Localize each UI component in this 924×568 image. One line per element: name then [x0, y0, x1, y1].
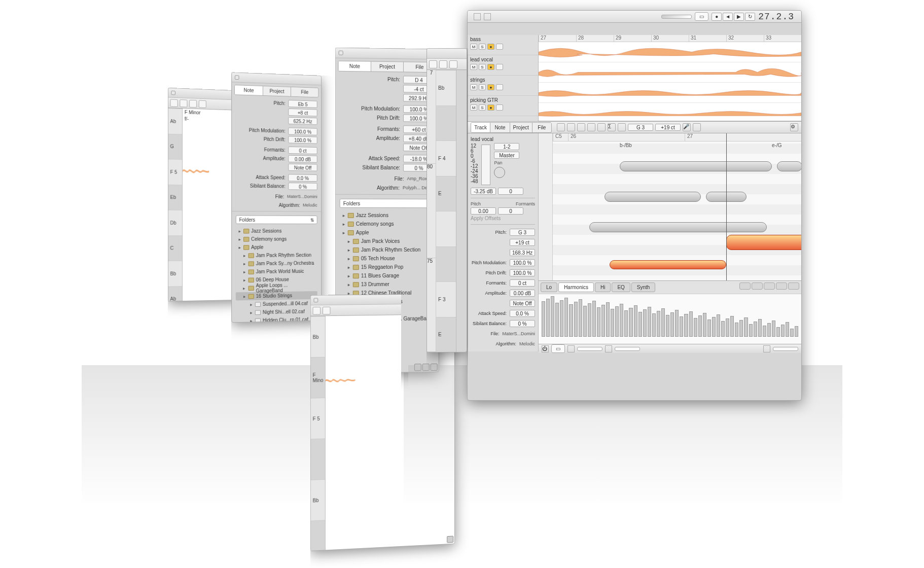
val-amplitude[interactable]: 0.00 dB: [288, 155, 317, 162]
side-tabs[interactable]: Track Note Project File: [471, 122, 552, 133]
tree-item[interactable]: ▸ Jam Pack Sy...ny Orchestra: [236, 259, 317, 268]
track-header[interactable]: strings M S ●: [468, 76, 538, 96]
disclosure-icon[interactable]: ▸: [342, 221, 346, 226]
harmonic-bar[interactable]: [592, 301, 596, 337]
pitch-readout[interactable]: G 3: [628, 124, 653, 131]
harmonic-bar[interactable]: [712, 317, 716, 337]
pan-knob[interactable]: [496, 104, 503, 111]
tree-item[interactable]: ▸ Night Shi...ell 02.caf: [236, 307, 317, 317]
slider[interactable]: [577, 347, 602, 351]
tab-synth[interactable]: Synth: [631, 282, 656, 292]
harmonic-bar[interactable]: [698, 315, 702, 337]
arrangement-area[interactable]: 27282930313233: [539, 35, 801, 121]
sigma-icon[interactable]: Σ: [608, 123, 616, 131]
harmonic-bar[interactable]: [574, 302, 578, 337]
harmonic-bar[interactable]: [670, 312, 674, 337]
record-button[interactable]: ●: [712, 13, 722, 21]
power-icon[interactable]: ⏻: [542, 345, 549, 352]
tool-icon[interactable]: [605, 345, 612, 352]
tab-file[interactable]: File: [291, 87, 318, 97]
disclosure-icon[interactable]: ▸: [347, 282, 351, 287]
tool-icon[interactable]: [429, 60, 437, 68]
val-cents[interactable]: +8 ct: [288, 108, 317, 116]
disclosure-icon[interactable]: ▸: [347, 265, 351, 270]
harmonic-bar[interactable]: [744, 317, 748, 337]
note-blob[interactable]: [605, 192, 701, 202]
harmonic-bar[interactable]: [717, 314, 720, 337]
tab-eq[interactable]: EQ: [612, 282, 630, 292]
toggle-sidebar-icon[interactable]: [235, 75, 239, 80]
corner-tools[interactable]: [447, 536, 453, 543]
view-button[interactable]: ▭: [551, 344, 565, 353]
clef-icon[interactable]: [557, 123, 565, 131]
pan-knob[interactable]: [496, 44, 503, 50]
disclosure-icon[interactable]: ▸: [249, 318, 253, 323]
val-hz[interactable]: 168.3 Hz: [510, 249, 535, 256]
clef-icon[interactable]: [170, 99, 178, 107]
mute-button[interactable]: M: [470, 64, 477, 70]
wrench-icon[interactable]: [422, 364, 430, 371]
disclosure-icon[interactable]: ▸: [242, 277, 246, 282]
solo-button[interactable]: S: [479, 64, 486, 70]
toggle-sidebar-icon[interactable]: [339, 51, 343, 55]
note-editor[interactable]: C5 26 27 b-/Bb e-/G: [539, 133, 801, 280]
tool-icon[interactable]: [739, 282, 751, 290]
corner-tools[interactable]: [414, 364, 438, 371]
tab-note[interactable]: Note: [235, 85, 263, 95]
solo-button[interactable]: S: [479, 104, 486, 111]
tab-project[interactable]: Project: [371, 62, 404, 72]
harmonic-bar[interactable]: [707, 320, 711, 337]
tool-icon[interactable]: [764, 282, 775, 290]
folder-select[interactable]: Folders⇅: [236, 215, 317, 224]
harmonic-bar[interactable]: [721, 321, 725, 337]
harmonic-bar[interactable]: [597, 307, 600, 337]
val-attack[interactable]: 0.0 %: [288, 174, 317, 182]
tab-harmonics[interactable]: Harmonics: [558, 282, 594, 292]
harmonic-bar[interactable]: [703, 313, 706, 337]
tree-item[interactable]: ▸ 15 Reggaeton Pop: [340, 263, 435, 272]
channel-select[interactable]: 1-2: [494, 143, 519, 150]
disclosure-icon[interactable]: ▸: [238, 237, 242, 241]
solo-button[interactable]: S: [479, 44, 486, 50]
tool-icon[interactable]: [763, 345, 770, 352]
tool-icon[interactable]: [788, 282, 799, 290]
tree-item[interactable]: ▸ Jam Pack Rhythm Section: [340, 245, 435, 254]
track-header[interactable]: lead vocal M S ●: [468, 55, 538, 76]
harmonic-bar[interactable]: [749, 324, 753, 337]
tab-note[interactable]: Note: [490, 123, 510, 132]
harmonic-bar[interactable]: [661, 308, 665, 337]
wrench-icon[interactable]: [447, 536, 453, 543]
arm-button[interactable]: ●: [487, 64, 494, 70]
harmonic-bar[interactable]: [735, 323, 738, 337]
val-pitch[interactable]: G 3: [510, 229, 535, 236]
val-pm[interactable]: 100.0 %: [510, 259, 535, 266]
sound-tabs[interactable]: Lo Harmonics Hi EQ Synth: [539, 281, 801, 294]
btn-note-off[interactable]: Note Off: [510, 300, 535, 307]
waveform-icon[interactable]: [484, 13, 491, 20]
loop-button[interactable]: ↻: [745, 13, 755, 21]
harmonic-bar[interactable]: [790, 329, 794, 337]
editor-bar-ruler[interactable]: C5 26 27: [553, 133, 801, 141]
harmonic-bar[interactable]: [624, 310, 628, 337]
tool-icon[interactable]: [752, 282, 763, 290]
arm-button[interactable]: ●: [487, 104, 494, 111]
val-pd[interactable]: 100.0 %: [288, 136, 317, 144]
cents-readout[interactable]: +19 ct: [655, 124, 681, 131]
tree-item[interactable]: ▸ Jazz Sessions: [236, 227, 317, 235]
zoom-slider[interactable]: [661, 15, 692, 19]
disclosure-icon[interactable]: ▸: [242, 253, 246, 258]
tab-file[interactable]: File: [532, 123, 551, 132]
folder-tree[interactable]: ▸ Jazz Sessions▸ Celemony songs▸ Apple▸ …: [236, 227, 317, 323]
rewind-button[interactable]: ◄: [723, 13, 733, 21]
track-header[interactable]: picking GTR M S ●: [468, 96, 538, 116]
harmonic-bar[interactable]: [786, 322, 789, 337]
tree-item[interactable]: ▸ Apple: [236, 243, 317, 252]
val-formants[interactable]: 0 ct: [510, 279, 535, 287]
tool-icon[interactable]: [618, 123, 626, 131]
tree-item[interactable]: ▸ Jazz Sessions: [340, 211, 435, 220]
tree-item[interactable]: ▸ 11 Blues Garage: [340, 271, 435, 280]
disclosure-icon[interactable]: ▸: [242, 286, 246, 291]
harmonic-bar[interactable]: [606, 302, 610, 337]
titlebar[interactable]: [427, 49, 467, 59]
tool-icon[interactable]: [597, 123, 606, 131]
